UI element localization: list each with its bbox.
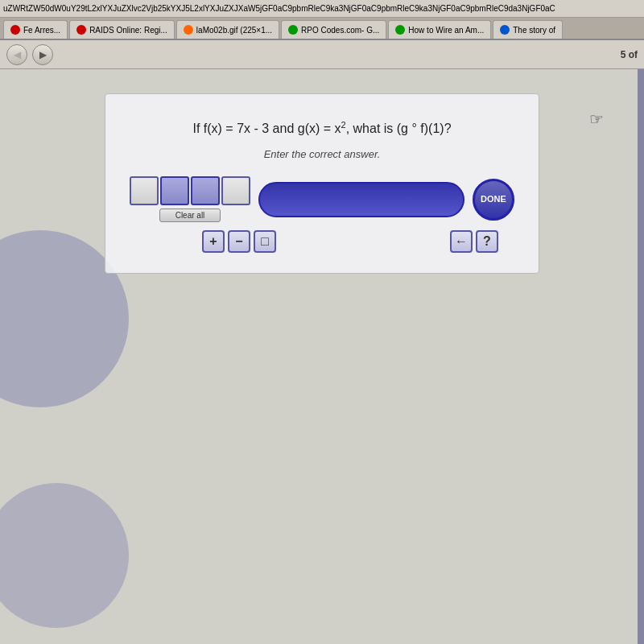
tab-wire[interactable]: How to Wire an Am... <box>388 20 491 39</box>
tab-fe[interactable]: Fe Arres... <box>3 20 68 39</box>
char-tiles: Clear all <box>130 176 250 222</box>
cursor-icon: ☞ <box>589 109 604 129</box>
tile-3[interactable] <box>191 176 220 205</box>
tab-bar: Fe Arres... RAIDS Online: Regi... laMo02… <box>0 18 644 40</box>
tab-story[interactable]: The story of <box>493 20 563 39</box>
bg-stripe-right <box>638 69 644 644</box>
tab-icon-raids <box>76 25 86 35</box>
clear-all-button[interactable]: Clear all <box>159 208 221 222</box>
minus-button[interactable]: − <box>228 230 250 253</box>
tab-icon-rpo <box>288 25 298 35</box>
back-button[interactable]: ◀ <box>6 44 27 65</box>
forward-button[interactable]: ▶ <box>32 44 53 65</box>
back-icon: ◀ <box>14 49 21 60</box>
left-math-buttons: + − □ <box>202 230 276 253</box>
forward-icon: ▶ <box>39 49 47 60</box>
answer-box-wrapper <box>258 182 464 217</box>
question-button[interactable]: ? <box>476 230 498 253</box>
page-count: 5 of <box>621 49 638 60</box>
tab-rpo-label: RPO Codes.com- G... <box>301 26 379 35</box>
tab-icon-fe <box>10 25 20 35</box>
tab-img[interactable]: laMo02b.gif (225×1... <box>176 20 279 39</box>
url-bar: uZWRtZW50dW0uY29tL2xlYXJuZXlvc2Vjb25kYXJ… <box>0 0 644 18</box>
answer-box <box>258 182 464 217</box>
question-superscript: 2 <box>341 120 346 130</box>
tab-story-label: The story of <box>513 26 555 35</box>
tile-2[interactable] <box>160 176 189 205</box>
plus-button[interactable]: + <box>202 230 225 253</box>
back-button-math[interactable]: ← <box>450 230 473 253</box>
tab-wire-label: How to Wire an Am... <box>408 26 484 35</box>
tab-icon-story <box>500 25 510 35</box>
instruction-text: Enter the correct answer. <box>130 148 514 160</box>
bg-circle-bottom <box>0 483 129 628</box>
input-row: Clear all DONE <box>130 176 514 222</box>
tab-raids-label: RAIDS Online: Regi... <box>89 26 167 35</box>
answer-input[interactable] <box>273 191 450 208</box>
tab-icon-img <box>184 25 193 35</box>
tab-icon-wire <box>395 25 405 35</box>
tab-img-label: laMo02b.gif (225×1... <box>196 26 272 35</box>
done-button[interactable]: DONE <box>473 179 514 221</box>
right-math-buttons: ← ? <box>450 230 498 253</box>
math-toolbar: + − □ ← ? <box>130 230 514 253</box>
tab-rpo[interactable]: RPO Codes.com- G... <box>281 20 386 39</box>
tab-raids[interactable]: RAIDS Online: Regi... <box>69 20 175 39</box>
nav-bar: ◀ ▶ 5 of <box>0 40 644 69</box>
tile-1[interactable] <box>130 176 159 205</box>
question-text: If f(x) = 7x - 3 and g(x) = x2, what is … <box>130 118 514 138</box>
tile-4[interactable] <box>221 176 250 205</box>
tiles-row <box>130 176 250 205</box>
square-button[interactable]: □ <box>254 230 276 253</box>
tab-fe-label: Fe Arres... <box>23 26 60 35</box>
main-content: ☞ If f(x) = 7x - 3 and g(x) = x2, what i… <box>0 69 644 644</box>
question-main: If f(x) = 7x - 3 and g(x) = x2, what is … <box>192 122 451 135</box>
question-card: If f(x) = 7x - 3 and g(x) = x2, what is … <box>105 93 539 274</box>
url-text: uZWRtZW50dW0uY29tL2xlYXJuZXlvc2Vjb25kYXJ… <box>3 4 555 13</box>
